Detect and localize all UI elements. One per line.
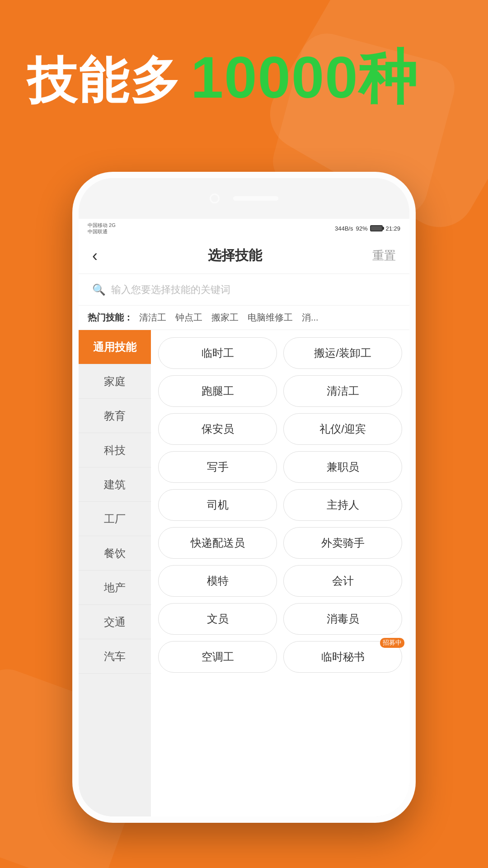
header-text-green: 10000种 (191, 45, 418, 110)
category-item-3[interactable]: 科技 (79, 433, 151, 467)
skill-tag-17[interactable]: 临时秘书 (283, 641, 402, 673)
time-display: 21:29 (385, 225, 400, 232)
battery-percent: 92% (356, 225, 367, 232)
skill-tag-12[interactable]: 模特 (158, 565, 277, 597)
category-item-7[interactable]: 地产 (79, 571, 151, 605)
hot-item-1[interactable]: 钟点工 (175, 311, 202, 324)
category-item-9[interactable]: 汽车 (79, 639, 151, 674)
carrier-info: 中国移动 2G 中国联通 (88, 222, 116, 235)
skill-tag-0[interactable]: 临时工 (158, 337, 277, 369)
phone-camera (210, 193, 220, 203)
category-item-2[interactable]: 教育 (79, 399, 151, 433)
category-item-5[interactable]: 工厂 (79, 502, 151, 536)
skill-tag-1[interactable]: 搬运/装卸工 (283, 337, 402, 369)
navbar-title: 选择技能 (208, 246, 262, 265)
content-area: 通用技能家庭教育科技建筑工厂餐饮地产交通汽车 临时工搬运/装卸工跑腿工清洁工保安… (79, 330, 409, 816)
category-item-4[interactable]: 建筑 (79, 467, 151, 502)
hot-skills-row: 热门技能： 清洁工 钟点工 搬家工 电脑维修工 消... (79, 306, 409, 330)
skill-tag-6[interactable]: 写手 (158, 451, 277, 483)
skill-tag-14[interactable]: 文员 (158, 603, 277, 635)
status-right: 344B/s 92% 21:29 (335, 225, 400, 232)
category-item-6[interactable]: 餐饮 (79, 536, 151, 571)
category-item-1[interactable]: 家庭 (79, 364, 151, 399)
skill-tag-15[interactable]: 消毒员 (283, 603, 402, 635)
battery-icon (370, 225, 383, 231)
hot-item-0[interactable]: 清洁工 (139, 311, 166, 324)
skill-tag-13[interactable]: 会计 (283, 565, 402, 597)
skill-tag-2[interactable]: 跑腿工 (158, 375, 277, 407)
app-navbar: ‹ 选择技能 重置 (79, 238, 409, 274)
skill-tag-16[interactable]: 空调工 (158, 641, 277, 673)
hot-label: 热门技能： (88, 311, 133, 324)
carrier2: 中国联通 (88, 228, 116, 235)
reset-button[interactable]: 重置 (372, 248, 396, 264)
skill-tag-5[interactable]: 礼仪/迎宾 (283, 413, 402, 445)
hot-item-2[interactable]: 搬家工 (211, 311, 239, 324)
skill-tag-7[interactable]: 兼职员 (283, 451, 402, 483)
back-button[interactable]: ‹ (92, 246, 98, 265)
phone-mockup: 中国移动 2G 中国联通 344B/s 92% 21:29 ‹ 选择技能 重置 … (72, 172, 416, 823)
carrier1: 中国移动 2G (88, 222, 116, 228)
skills-grid: 临时工搬运/装卸工跑腿工清洁工保安员礼仪/迎宾写手兼职员司机主持人快递配送员外卖… (151, 330, 409, 816)
skill-tag-8[interactable]: 司机 (158, 489, 277, 521)
skill-tag-11[interactable]: 外卖骑手 (283, 527, 402, 559)
category-sidebar: 通用技能家庭教育科技建筑工厂餐饮地产交通汽车 (79, 330, 151, 816)
search-bar[interactable]: 🔍 输入您要选择技能的关键词 (79, 274, 409, 306)
hot-item-3[interactable]: 电脑维修工 (248, 311, 293, 324)
header-area: 技能多 10000种 (27, 45, 418, 110)
phone-top-bar (79, 178, 409, 219)
hot-item-4[interactable]: 消... (302, 311, 319, 324)
skill-tag-4[interactable]: 保安员 (158, 413, 277, 445)
skill-tag-9[interactable]: 主持人 (283, 489, 402, 521)
category-item-8[interactable]: 交通 (79, 605, 151, 639)
phone-speaker (233, 196, 278, 201)
status-bar: 中国移动 2G 中国联通 344B/s 92% 21:29 (79, 219, 409, 238)
header-text-white: 技能多 (27, 53, 182, 108)
search-input[interactable]: 输入您要选择技能的关键词 (111, 283, 230, 297)
network-speed: 344B/s (335, 225, 353, 232)
category-item-0[interactable]: 通用技能 (79, 330, 151, 364)
search-icon: 🔍 (92, 283, 106, 296)
skill-tag-3[interactable]: 清洁工 (283, 375, 402, 407)
skill-tag-10[interactable]: 快递配送员 (158, 527, 277, 559)
